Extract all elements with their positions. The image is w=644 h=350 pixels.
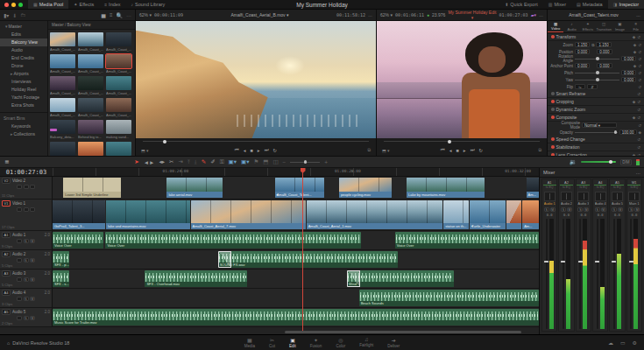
clip-color-icon[interactable]: ▮▾ xyxy=(4,12,9,18)
keyframe-icon[interactable]: ◆ xyxy=(639,130,641,135)
track-enable-icon[interactable] xyxy=(30,185,35,189)
track-solo-button[interactable]: S xyxy=(24,258,29,262)
timeline-ruler[interactable]: 01:00:27:03 01:00:24:0001:00:28:0001:00:… xyxy=(0,168,539,177)
inspector-tab[interactable]: ≡ File xyxy=(628,21,644,32)
audio-track-lane[interactable]: Voice Over Voice Over Voice Over xyxy=(53,231,539,249)
smart-reframe-section[interactable]: Smart Reframe↺ xyxy=(548,90,644,98)
transform-section-header[interactable]: Transform ◆ ↺ xyxy=(548,33,644,41)
channel-fx-eq[interactable]: fx EQ xyxy=(546,186,554,191)
search-icon[interactable]: 🔍 xyxy=(117,12,124,18)
bin-item[interactable]: Edits xyxy=(0,31,47,38)
mute-button[interactable]: M xyxy=(550,207,556,212)
bin-item[interactable]: ▸Airports xyxy=(0,70,47,78)
toolbar-tool-icon[interactable]: ⬒ xyxy=(263,158,268,165)
audio-clip[interactable]: Voice Over xyxy=(53,232,103,248)
yaw-field[interactable]: 0.000 xyxy=(621,77,636,83)
pan-control[interactable] xyxy=(612,192,623,201)
dynamic-zoom-section[interactable]: Dynamic Zoom↺ xyxy=(548,106,644,114)
inspector-tab[interactable]: ✦ Effects xyxy=(580,21,596,32)
track-lock-icon[interactable] xyxy=(17,185,22,189)
bin-item[interactable]: Audio xyxy=(0,46,47,54)
viewer-zoom-select[interactable]: 62% ▾ xyxy=(139,12,152,18)
bin-caret-icon[interactable]: ▸ xyxy=(11,131,13,136)
section-enable-dot[interactable] xyxy=(551,35,555,38)
audio-track-lane[interactable]: SFX - p... SOUND FX.wav xyxy=(53,250,539,269)
page-tab[interactable]: ▦ Media xyxy=(244,337,255,348)
gang-mode-icon[interactable]: ⬒ ▾ xyxy=(141,148,149,153)
bin-item[interactable]: Balcony View xyxy=(0,38,47,46)
timeline-playhead[interactable] xyxy=(302,168,303,331)
panel-toggle-button[interactable]: ✦ Effects xyxy=(68,0,99,9)
mute-button[interactable]: M xyxy=(567,207,572,212)
bin-item[interactable]: Extra Shots xyxy=(0,102,47,109)
section-enable-dot[interactable] xyxy=(551,145,555,149)
zoom-out-icon[interactable]: − xyxy=(283,159,287,165)
video-clip[interactable]: ✦ lake aerial.mov xyxy=(166,178,222,198)
mute-button[interactable]: M xyxy=(618,207,623,212)
media-clip-thumbnail[interactable]: Amalfi_Coast_... xyxy=(50,54,75,74)
channel-fx-eq[interactable]: fx EQ xyxy=(630,186,638,191)
zoom-x-field[interactable]: 1.150 xyxy=(575,42,590,48)
media-clip-thumbnail[interactable]: Amalfi_Coast_... xyxy=(78,76,103,95)
reset-icon[interactable]: ↺ xyxy=(638,78,641,82)
video-clip[interactable]: ✦ lake and mountains.mov xyxy=(106,200,189,229)
audio-clip[interactable]: Music Score for Trailer.mov xyxy=(53,309,539,326)
audio-clip[interactable]: Voice Over xyxy=(105,232,360,248)
media-clip-thumbnail[interactable]: Amalfi_Coast_... xyxy=(78,54,103,74)
track-destination-badge[interactable]: V2 xyxy=(2,178,11,184)
window-controls[interactable] xyxy=(4,3,23,7)
channel-fx-eq[interactable]: fx EQ xyxy=(613,186,621,191)
toolbar-tool-icon[interactable]: ✎ xyxy=(202,158,206,165)
inspector-tab[interactable]: ♪ Audio xyxy=(563,21,579,32)
media-clip-thumbnail[interactable]: Amalfi_Coast_... xyxy=(106,76,131,95)
solo-button[interactable]: S xyxy=(544,207,549,212)
media-clip-thumbnail[interactable]: Amalfi_Coast_... xyxy=(78,98,103,117)
toolbar-tool-icon[interactable]: ⚑ xyxy=(253,158,258,165)
media-clip-thumbnail[interactable]: Amalfi_Coast_... xyxy=(106,54,131,74)
video-track-header[interactable]: V2 Video 2 11 Clips xyxy=(0,177,53,199)
audio-track-header[interactable]: A2 Audio 2 2.0 S M 5 Clips xyxy=(0,250,53,269)
mute-button[interactable]: M xyxy=(601,207,606,212)
play-button[interactable]: ▸ xyxy=(258,148,260,153)
bottom-right-icon[interactable]: ▭ xyxy=(620,340,626,346)
flip-horizontal-button[interactable]: ⇋ xyxy=(575,84,585,90)
track-enable-icon[interactable] xyxy=(30,207,35,212)
media-clip-thumbnail[interactable]: Amalfi_Coast_... xyxy=(50,76,75,95)
video-clip[interactable]: ✦ Lake by mountains.mov xyxy=(407,178,485,198)
toolbar-tool-icon[interactable]: ⤓ xyxy=(195,158,197,165)
audio-clip[interactable]: SFX - p... xyxy=(53,251,69,268)
toolbar-tool-icon[interactable]: ✐ xyxy=(210,158,215,165)
track-lock-icon[interactable] xyxy=(17,239,22,243)
channel-fader[interactable] xyxy=(563,219,564,329)
channel-fader[interactable] xyxy=(630,219,632,329)
panel-toggle-button[interactable]: ▦ Media Pool xyxy=(28,0,68,9)
media-clip-thumbnail[interactable] xyxy=(106,142,131,156)
loop-button[interactable]: ↻ xyxy=(479,148,484,153)
viewer-options-icon[interactable]: … xyxy=(368,12,372,18)
stabilization-section[interactable]: Stabilization↺ xyxy=(548,144,644,151)
toolbar-tool-icon[interactable]: ➤ xyxy=(134,158,138,165)
media-clip-thumbnail[interactable]: Behind big te... xyxy=(78,120,103,139)
bottom-right-icon[interactable]: ⚙ xyxy=(633,340,637,346)
reset-icon[interactable]: ↺ xyxy=(638,64,641,68)
channel-fx-eq[interactable]: fx EQ xyxy=(579,186,587,191)
track-lock-icon[interactable] xyxy=(17,207,22,212)
track-destination-badge[interactable]: A4 xyxy=(2,290,11,296)
inspector-tab[interactable]: ▣ Image xyxy=(612,21,627,32)
page-tab[interactable]: ♫ Fairlight xyxy=(359,337,373,348)
track-mute-button[interactable]: M xyxy=(30,297,35,301)
audio-track-header[interactable]: A1 Audio 1 2.0 S M 9 Clips xyxy=(0,231,53,249)
media-clip-thumbnail[interactable]: Amalfi_Coast_... xyxy=(106,32,131,52)
track-destination-badge[interactable]: A2 xyxy=(2,251,11,257)
audio-clip[interactable]: SFX - s... xyxy=(53,270,69,287)
page-tab[interactable]: ▣ Edit xyxy=(289,337,296,348)
pan-control[interactable] xyxy=(577,192,589,201)
thumbnail-view-icon[interactable]: ▦ xyxy=(101,12,106,18)
pitch-field[interactable]: 0.000 xyxy=(621,70,636,76)
bin-caret-icon[interactable]: ▸ xyxy=(11,71,13,76)
track-auto-select-icon[interactable] xyxy=(24,185,29,189)
composite-mode-select[interactable]: Normal ▾ xyxy=(582,122,617,129)
media-clip-thumbnail[interactable]: Balcony_deta... xyxy=(50,120,75,139)
opacity-field[interactable]: 100.00 xyxy=(619,130,637,136)
zoom-y-field[interactable]: 1.150 xyxy=(596,42,611,48)
